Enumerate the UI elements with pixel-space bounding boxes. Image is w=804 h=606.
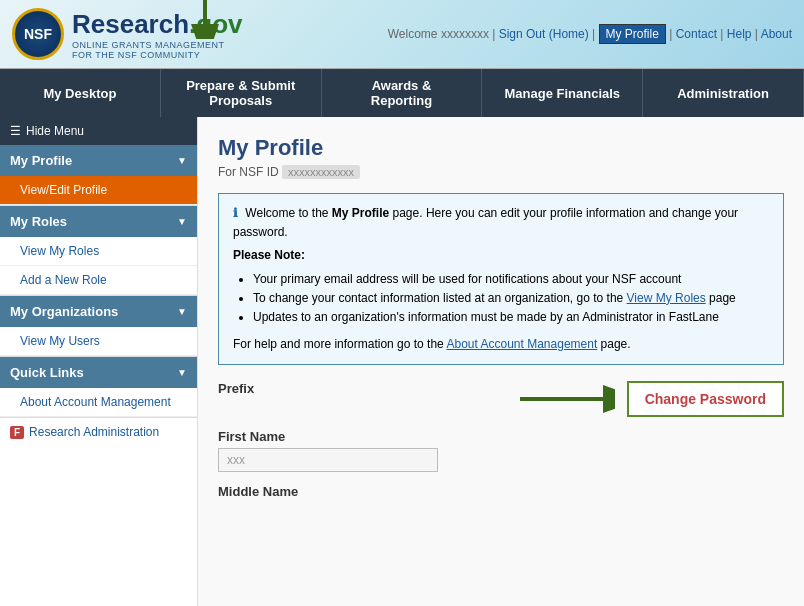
sidebar-quick-links-chevron: ▼ [177,367,187,378]
main-content-area: My Profile For NSF ID xxxxxxxxxxxx ℹ Wel… [198,117,804,606]
sidebar-section-roles: My Roles ▼ View My Roles Add a New Role [0,206,197,296]
nsf-id-label: For NSF ID [218,165,279,179]
sidebar-profile-label: My Profile [10,153,72,168]
sidebar-item-add-role[interactable]: Add a New Role [0,266,197,295]
sidebar-item-view-edit-profile[interactable]: View/Edit Profile [0,176,197,205]
arrow-down-annotation [175,0,235,39]
help-link-header[interactable]: Help [727,27,752,41]
bullet2-end: page [706,291,736,305]
nsf-id-value: xxxxxxxxxxxx [282,165,360,179]
nav-manage-financials[interactable]: Manage Financials [482,69,643,117]
signout-link[interactable]: Sign Out (Home) [499,27,589,41]
nsf-logo: NSF [12,8,64,60]
info-box: ℹ Welcome to the My Profile page. Here y… [218,193,784,365]
contact-link[interactable]: Contact [676,27,717,41]
sidebar-item-research-admin[interactable]: F Research Administration [0,418,197,446]
sidebar-section-profile: My Profile ▼ View/Edit Profile [0,145,197,206]
change-password-button[interactable]: Change Password [627,381,784,417]
my-profile-bold: My Profile [332,206,389,220]
hide-menu-icon: ☰ [10,124,21,138]
please-note: Please Note: [233,246,769,265]
sidebar-roles-label: My Roles [10,214,67,229]
fastlane-badge: F [10,426,24,439]
sidebar-organizations-label: My Organizations [10,304,118,319]
site-header: NSF Research.gov Online Grants Managemen… [0,0,804,69]
change-password-area: Change Password [515,381,784,417]
first-name-section: First Name [218,429,784,472]
nav-prepare-submit[interactable]: Prepare & Submit Proposals [161,69,322,117]
sidebar-header-profile[interactable]: My Profile ▼ [0,145,197,176]
info-bullet-2: To change your contact information liste… [253,289,769,308]
welcome-text: Welcome [388,27,438,41]
main-nav-bar: My Desktop Prepare & Submit Proposals Aw… [0,69,804,117]
help-line-start: For help and more information go to the [233,337,446,351]
nav-awards-reporting[interactable]: Awards & Reporting [322,69,483,117]
middle-name-label: Middle Name [218,484,784,499]
info-intro-start: Welcome to the [245,206,331,220]
sidebar-item-view-roles[interactable]: View My Roles [0,237,197,266]
header-nav: Welcome xxxxxxxx | Sign Out (Home) | My … [388,27,792,41]
content-wrapper: ☰ Hide Menu My Profile ▼ View/Edit Profi… [0,117,804,606]
nav-administration[interactable]: Administration [643,69,804,117]
prefix-section: Prefix [218,381,254,400]
bullet2-start: To change your contact information liste… [253,291,627,305]
first-name-label: First Name [218,429,784,444]
help-line: For help and more information go to the … [233,335,769,354]
username-text: xxxxxxxx [441,27,492,41]
info-icon: ℹ [233,206,238,220]
nav-my-desktop[interactable]: My Desktop [0,69,161,117]
first-name-input[interactable] [218,448,438,472]
prefix-password-row: Prefix Change Password [218,381,784,417]
page-title: My Profile [218,135,784,161]
arrow-right-annotation [515,381,615,417]
sidebar-quick-links-label: Quick Links [10,365,84,380]
info-bullet-list: Your primary email address will be used … [253,270,769,328]
about-account-link[interactable]: About Account Management [446,337,597,351]
subtitle-line1: Online Grants Management [72,40,243,50]
sidebar-header-organizations[interactable]: My Organizations ▼ [0,296,197,327]
hide-menu-label: Hide Menu [26,124,84,138]
sidebar-roles-chevron: ▼ [177,216,187,227]
research-admin-label: Research Administration [29,425,159,439]
sidebar-section-quick-links: Quick Links ▼ About Account Management [0,357,197,418]
info-bullet-1: Your primary email address will be used … [253,270,769,289]
prefix-label: Prefix [218,381,254,396]
subtitle-line2: For the NSF Community [72,50,243,60]
sidebar: ☰ Hide Menu My Profile ▼ View/Edit Profi… [0,117,198,606]
sidebar-header-quick-links[interactable]: Quick Links ▼ [0,357,197,388]
sidebar-organizations-chevron: ▼ [177,306,187,317]
nsf-id-row: For NSF ID xxxxxxxxxxxx [218,165,784,179]
about-link[interactable]: About [761,27,792,41]
sidebar-item-about-account[interactable]: About Account Management [0,388,197,417]
sidebar-section-organizations: My Organizations ▼ View My Users [0,296,197,357]
research-text: Research [72,9,189,39]
my-profile-link[interactable]: My Profile [599,24,666,44]
help-line-end: page. [597,337,630,351]
sidebar-item-view-users[interactable]: View My Users [0,327,197,356]
view-my-roles-link[interactable]: View My Roles [627,291,706,305]
sidebar-header-roles[interactable]: My Roles ▼ [0,206,197,237]
separator2: | [592,27,598,41]
info-bullet-3: Updates to an organization's information… [253,308,769,327]
hide-menu-button[interactable]: ☰ Hide Menu [0,117,197,145]
sidebar-profile-chevron: ▼ [177,155,187,166]
info-intro-text: ℹ Welcome to the My Profile page. Here y… [233,204,769,242]
middle-name-section: Middle Name [218,484,784,499]
